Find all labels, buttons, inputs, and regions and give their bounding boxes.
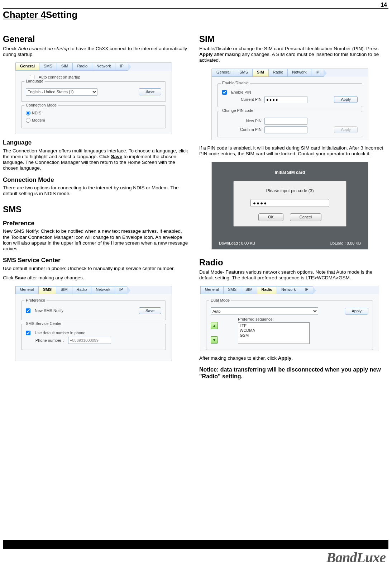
- pin-code-input[interactable]: [250, 199, 329, 207]
- apply-term: Apply: [199, 52, 213, 57]
- tab-sim[interactable]: SIM: [252, 69, 268, 77]
- new-pin-input[interactable]: [264, 118, 307, 125]
- brand-logo: BandLuxe: [326, 549, 386, 566]
- tab-ip[interactable]: IP: [115, 286, 127, 294]
- sms-heading: SMS: [3, 204, 188, 215]
- phone-number-input[interactable]: [68, 337, 111, 344]
- tab-radio[interactable]: Radio: [72, 63, 92, 71]
- tab-ip[interactable]: IP: [115, 63, 128, 71]
- general-heading: General: [3, 34, 188, 44]
- chapter-heading: Chapter 4Setting: [3, 9, 388, 20]
- dual-mode-select[interactable]: Auto: [211, 307, 318, 315]
- radio-modem-label: Modem: [32, 118, 45, 123]
- text: after making any changes. A SIM card mus…: [199, 52, 379, 63]
- tab-network[interactable]: Network: [277, 286, 300, 294]
- text: Enable/Disable or change the SIM card Pe…: [199, 46, 379, 51]
- auto-connect-label: Auto connect on startup: [39, 75, 80, 80]
- radio-ndis[interactable]: [26, 111, 30, 115]
- sim-note: If a PIN code is enabled, it will be ask…: [199, 145, 385, 157]
- apply-button[interactable]: Apply: [334, 96, 358, 103]
- tab-general[interactable]: General: [15, 63, 39, 71]
- tab-sms[interactable]: SMS: [223, 286, 241, 294]
- upload-status: UpLoad : 0.00 KB: [330, 241, 361, 246]
- preference-legend: Preference: [24, 298, 47, 303]
- save-term: Save: [111, 154, 123, 159]
- connection-mode-body: There are two options for connecting to …: [3, 185, 188, 197]
- radio-body: Dual Mode- Features various network sear…: [199, 269, 385, 281]
- enable-disable-legend: Enable/Disable: [221, 81, 250, 85]
- settings-tabs: General SMS SIM Radio Network IP: [15, 286, 172, 294]
- sim-settings-figure: General SMS SIM Radio Network IP Enable/…: [211, 68, 368, 140]
- text: Click: [3, 275, 15, 280]
- move-down-button[interactable]: ▼: [211, 336, 218, 344]
- tab-sms[interactable]: SMS: [235, 69, 252, 77]
- sms-service-center-legend: SMS Service Center: [24, 321, 63, 326]
- enable-pin-label: Enable PIN: [231, 90, 251, 95]
- use-default-number-label: Use default number in phone: [35, 331, 85, 335]
- language-heading: Language: [3, 139, 188, 146]
- pin-dialog-figure: Initial SIM card Please input pin code (…: [211, 162, 368, 250]
- left-column: General Check Auto connect on startup to…: [3, 31, 188, 380]
- save-button[interactable]: Save: [139, 307, 161, 314]
- tab-ip[interactable]: IP: [300, 286, 312, 294]
- ok-button[interactable]: OK: [258, 213, 283, 221]
- use-default-number-checkbox[interactable]: [26, 331, 30, 335]
- tab-sms[interactable]: SMS: [38, 286, 56, 294]
- text: Check: [3, 46, 18, 51]
- change-pin-legend: Change PIN code: [221, 108, 255, 113]
- radio-notice: Notice: data transferring will be discon…: [199, 366, 385, 380]
- settings-tabs: General SMS SIM Radio Network IP: [15, 63, 172, 71]
- tab-network[interactable]: Network: [91, 286, 114, 294]
- apply-button[interactable]: Apply: [345, 308, 368, 314]
- tab-ip[interactable]: IP: [311, 69, 324, 77]
- tab-network[interactable]: Network: [92, 63, 115, 71]
- dialog-banner: Initial SIM card: [212, 170, 368, 175]
- preferred-sequence-list[interactable]: LTE WCDMA GSM: [238, 322, 310, 344]
- tab-radio[interactable]: Radio: [268, 69, 288, 77]
- radio-modem[interactable]: [26, 118, 30, 123]
- new-sms-notify-checkbox[interactable]: [26, 308, 30, 313]
- preference-body: New SMS Notify: Check to be notified whe…: [3, 228, 188, 252]
- preferred-sequence-label: Preferred sequence:: [238, 317, 310, 322]
- language-legend: Language: [24, 79, 45, 84]
- current-pin-label: Current PIN: [222, 97, 262, 102]
- new-sms-notify-label: New SMS Notify: [35, 308, 63, 313]
- tab-sim[interactable]: SIM: [241, 286, 257, 294]
- enable-pin-checkbox[interactable]: [222, 90, 227, 95]
- tab-sms[interactable]: SMS: [39, 63, 57, 71]
- chapter-title: Setting: [46, 9, 77, 20]
- language-select[interactable]: English - United States (1): [26, 88, 97, 96]
- current-pin-input[interactable]: [264, 96, 307, 103]
- tab-sim[interactable]: SIM: [57, 63, 73, 71]
- dialog-inner: Please input pin code (3) OK Cancel: [233, 181, 346, 227]
- general-settings-figure: General SMS SIM Radio Network IP Auto co…: [15, 62, 172, 134]
- tab-radio[interactable]: Radio: [257, 286, 277, 294]
- tab-radio[interactable]: Radio: [72, 286, 91, 294]
- seq-item-gsm[interactable]: GSM: [240, 333, 308, 338]
- cancel-button[interactable]: Cancel: [290, 213, 321, 221]
- seq-item-wcdma[interactable]: WCDMA: [240, 328, 308, 333]
- dual-mode-legend: Dual Mode: [209, 298, 231, 303]
- language-body: The Connection Manager offers multi lang…: [3, 148, 188, 171]
- download-status: DownLoad : 0.00 KB: [219, 241, 255, 246]
- chapter-label: Chapter 4: [3, 9, 46, 20]
- tab-sim[interactable]: SIM: [56, 286, 72, 294]
- pin-prompt: Please input pin code (3): [241, 188, 339, 193]
- sms-service-center-heading: SMS Service Center: [3, 257, 188, 264]
- right-column: SIM Enable/Disable or change the SIM car…: [199, 31, 385, 380]
- tab-general[interactable]: General: [15, 286, 38, 294]
- confirm-pin-input[interactable]: [264, 126, 307, 133]
- tab-general[interactable]: General: [200, 286, 223, 294]
- save-term: Save: [15, 275, 26, 280]
- sms-service-body1: Use default number in phone: Uncheck to …: [3, 266, 188, 271]
- save-button[interactable]: Save: [139, 88, 161, 95]
- phone-number-label: Phone number：: [26, 338, 65, 343]
- sim-heading: SIM: [199, 34, 385, 44]
- move-up-button[interactable]: ▲: [211, 322, 218, 329]
- radio-heading: Radio: [199, 257, 385, 268]
- radio-ndis-label: NDIS: [32, 111, 41, 115]
- tab-network[interactable]: Network: [287, 69, 311, 77]
- tab-general[interactable]: General: [212, 69, 235, 77]
- page-number: 14: [381, 1, 387, 8]
- seq-item-lte[interactable]: LTE: [240, 323, 308, 328]
